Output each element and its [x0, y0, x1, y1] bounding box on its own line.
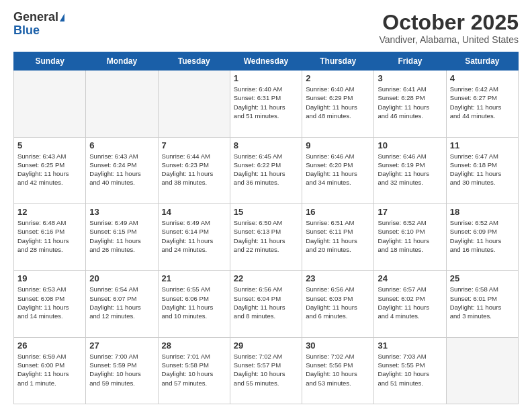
calendar: Sunday Monday Tuesday Wednesday Thursday… [13, 52, 519, 404]
calendar-cell: 30Sunrise: 7:02 AM Sunset: 5:56 PM Dayli… [302, 337, 374, 404]
calendar-cell: 3Sunrise: 6:41 AM Sunset: 6:28 PM Daylig… [374, 71, 446, 137]
calendar-cell [158, 71, 230, 137]
day-info: Sunrise: 6:57 AM Sunset: 6:02 PM Dayligh… [378, 285, 442, 320]
calendar-cell: 12Sunrise: 6:48 AM Sunset: 6:16 PM Dayli… [14, 203, 86, 270]
day-info: Sunrise: 6:59 AM Sunset: 6:00 PM Dayligh… [17, 352, 82, 387]
day-info: Sunrise: 6:44 AM Sunset: 6:23 PM Dayligh… [162, 152, 226, 187]
day-number: 28 [162, 340, 226, 351]
calendar-cell: 20Sunrise: 6:54 AM Sunset: 6:07 PM Dayli… [86, 271, 158, 337]
day-number: 26 [17, 340, 82, 351]
day-info: Sunrise: 6:45 AM Sunset: 6:22 PM Dayligh… [234, 152, 298, 187]
calendar-cell: 13Sunrise: 6:49 AM Sunset: 6:15 PM Dayli… [86, 203, 158, 270]
day-number: 12 [17, 207, 82, 217]
day-number: 15 [234, 207, 298, 217]
calendar-week-row: 26Sunrise: 6:59 AM Sunset: 6:00 PM Dayli… [14, 337, 519, 404]
calendar-cell: 19Sunrise: 6:53 AM Sunset: 6:08 PM Dayli… [14, 271, 86, 337]
calendar-cell: 29Sunrise: 7:02 AM Sunset: 5:57 PM Dayli… [230, 337, 302, 404]
month-title: October 2025 [379, 11, 519, 34]
col-saturday: Saturday [446, 52, 518, 71]
title-section: October 2025 Vandiver, Alabama, United S… [379, 11, 519, 45]
col-sunday: Sunday [14, 52, 86, 71]
calendar-cell: 11Sunrise: 6:47 AM Sunset: 6:18 PM Dayli… [446, 137, 518, 203]
day-info: Sunrise: 6:52 AM Sunset: 6:09 PM Dayligh… [450, 218, 515, 254]
calendar-cell: 24Sunrise: 6:57 AM Sunset: 6:02 PM Dayli… [374, 271, 446, 337]
day-info: Sunrise: 6:54 AM Sunset: 6:07 PM Dayligh… [89, 285, 154, 320]
calendar-cell: 23Sunrise: 6:56 AM Sunset: 6:03 PM Dayli… [302, 271, 374, 337]
day-number: 27 [89, 340, 154, 351]
day-number: 22 [234, 273, 298, 283]
calendar-cell: 17Sunrise: 6:52 AM Sunset: 6:10 PM Dayli… [374, 203, 446, 270]
day-number: 31 [378, 340, 442, 351]
page: General Blue October 2025 Vandiver, Alab… [0, 0, 532, 411]
day-number: 13 [89, 207, 154, 217]
day-number: 23 [306, 273, 370, 283]
col-wednesday: Wednesday [230, 52, 302, 71]
day-info: Sunrise: 6:49 AM Sunset: 6:14 PM Dayligh… [162, 218, 226, 254]
location: Vandiver, Alabama, United States [379, 34, 519, 45]
day-info: Sunrise: 7:03 AM Sunset: 5:55 PM Dayligh… [378, 352, 442, 387]
day-number: 4 [450, 73, 515, 83]
calendar-cell [446, 337, 518, 404]
logo-general: General [13, 10, 58, 24]
calendar-cell: 28Sunrise: 7:01 AM Sunset: 5:58 PM Dayli… [158, 337, 230, 404]
day-number: 14 [162, 207, 226, 217]
day-info: Sunrise: 6:53 AM Sunset: 6:08 PM Dayligh… [17, 285, 82, 320]
day-number: 8 [234, 140, 298, 150]
calendar-cell: 4Sunrise: 6:42 AM Sunset: 6:27 PM Daylig… [446, 71, 518, 137]
day-info: Sunrise: 6:55 AM Sunset: 6:06 PM Dayligh… [162, 285, 226, 320]
calendar-cell: 9Sunrise: 6:46 AM Sunset: 6:20 PM Daylig… [302, 137, 374, 203]
day-number: 30 [306, 340, 370, 351]
calendar-cell: 26Sunrise: 6:59 AM Sunset: 6:00 PM Dayli… [14, 337, 86, 404]
calendar-cell: 18Sunrise: 6:52 AM Sunset: 6:09 PM Dayli… [446, 203, 518, 270]
day-number: 6 [89, 140, 154, 150]
calendar-cell: 5Sunrise: 6:43 AM Sunset: 6:25 PM Daylig… [14, 137, 86, 203]
day-info: Sunrise: 6:46 AM Sunset: 6:20 PM Dayligh… [306, 152, 370, 187]
day-number: 17 [378, 207, 442, 217]
day-number: 3 [378, 73, 442, 83]
day-info: Sunrise: 6:46 AM Sunset: 6:19 PM Dayligh… [378, 152, 442, 187]
logo: General Blue [13, 11, 64, 38]
day-info: Sunrise: 6:56 AM Sunset: 6:04 PM Dayligh… [234, 285, 298, 320]
day-info: Sunrise: 6:41 AM Sunset: 6:28 PM Dayligh… [378, 85, 442, 120]
day-info: Sunrise: 6:52 AM Sunset: 6:10 PM Dayligh… [378, 218, 442, 254]
day-number: 5 [17, 140, 82, 150]
day-info: Sunrise: 6:49 AM Sunset: 6:15 PM Dayligh… [89, 218, 154, 254]
day-number: 10 [378, 140, 442, 150]
calendar-cell [86, 71, 158, 137]
day-info: Sunrise: 7:01 AM Sunset: 5:58 PM Dayligh… [162, 352, 226, 387]
day-number: 9 [306, 140, 370, 150]
col-thursday: Thursday [302, 52, 374, 71]
day-info: Sunrise: 6:40 AM Sunset: 6:29 PM Dayligh… [306, 85, 370, 120]
calendar-cell: 31Sunrise: 7:03 AM Sunset: 5:55 PM Dayli… [374, 337, 446, 404]
day-number: 2 [306, 73, 370, 83]
day-number: 18 [450, 207, 515, 217]
calendar-cell: 27Sunrise: 7:00 AM Sunset: 5:59 PM Dayli… [86, 337, 158, 404]
day-number: 19 [17, 273, 82, 283]
calendar-cell: 16Sunrise: 6:51 AM Sunset: 6:11 PM Dayli… [302, 203, 374, 270]
header: General Blue October 2025 Vandiver, Alab… [13, 11, 519, 45]
day-number: 7 [162, 140, 226, 150]
day-info: Sunrise: 6:47 AM Sunset: 6:18 PM Dayligh… [450, 152, 515, 187]
calendar-week-row: 12Sunrise: 6:48 AM Sunset: 6:16 PM Dayli… [14, 203, 519, 270]
calendar-cell: 6Sunrise: 6:43 AM Sunset: 6:24 PM Daylig… [86, 137, 158, 203]
day-info: Sunrise: 6:51 AM Sunset: 6:11 PM Dayligh… [306, 218, 370, 254]
day-number: 29 [234, 340, 298, 351]
calendar-cell: 2Sunrise: 6:40 AM Sunset: 6:29 PM Daylig… [302, 71, 374, 137]
calendar-week-row: 19Sunrise: 6:53 AM Sunset: 6:08 PM Dayli… [14, 271, 519, 337]
calendar-cell: 22Sunrise: 6:56 AM Sunset: 6:04 PM Dayli… [230, 271, 302, 337]
day-number: 1 [234, 73, 298, 83]
calendar-header-row: Sunday Monday Tuesday Wednesday Thursday… [14, 52, 519, 71]
day-info: Sunrise: 6:56 AM Sunset: 6:03 PM Dayligh… [306, 285, 370, 320]
day-info: Sunrise: 6:42 AM Sunset: 6:27 PM Dayligh… [450, 85, 515, 120]
calendar-week-row: 1Sunrise: 6:40 AM Sunset: 6:31 PM Daylig… [14, 71, 519, 137]
day-info: Sunrise: 6:58 AM Sunset: 6:01 PM Dayligh… [450, 285, 515, 320]
day-info: Sunrise: 6:50 AM Sunset: 6:13 PM Dayligh… [234, 218, 298, 254]
calendar-cell: 15Sunrise: 6:50 AM Sunset: 6:13 PM Dayli… [230, 203, 302, 270]
calendar-cell: 7Sunrise: 6:44 AM Sunset: 6:23 PM Daylig… [158, 137, 230, 203]
day-info: Sunrise: 6:40 AM Sunset: 6:31 PM Dayligh… [234, 85, 298, 120]
day-info: Sunrise: 6:43 AM Sunset: 6:25 PM Dayligh… [17, 152, 82, 187]
calendar-cell [14, 71, 86, 137]
calendar-cell: 8Sunrise: 6:45 AM Sunset: 6:22 PM Daylig… [230, 137, 302, 203]
col-friday: Friday [374, 52, 446, 71]
col-tuesday: Tuesday [158, 52, 230, 71]
